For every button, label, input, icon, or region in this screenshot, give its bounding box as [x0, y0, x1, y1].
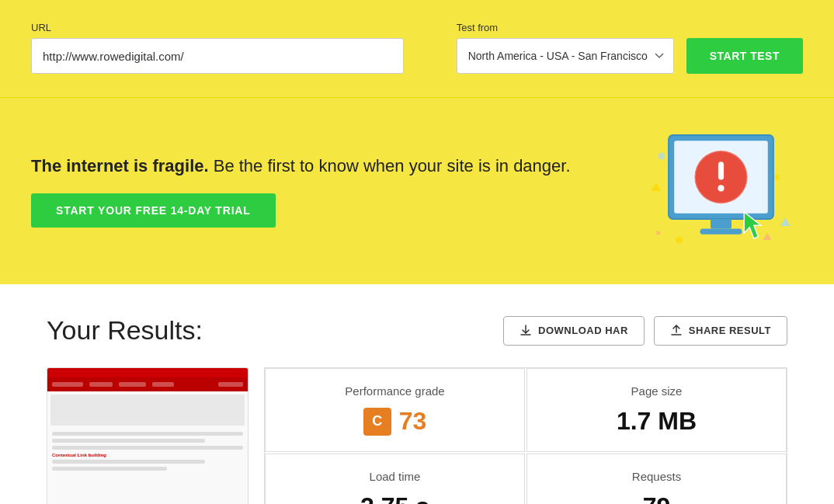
download-har-button[interactable]: DOWNLOAD HAR [503, 316, 645, 346]
share-result-button[interactable]: SHARE RESULT [654, 316, 787, 346]
test-from-label: Test from [457, 22, 674, 33]
metric-card-requests: Requests 79 [526, 454, 787, 504]
fake-link: Contextual Link building [52, 453, 243, 457]
results-actions: DOWNLOAD HAR SHARE RESULT [503, 316, 787, 346]
fake-text-4 [52, 460, 205, 464]
metric-card-performance: Performance grade C 73 [265, 368, 525, 452]
results-section: Your Results: DOWNLOAD HAR SHARE RESULT [0, 284, 834, 504]
svg-point-11 [718, 185, 724, 191]
svg-rect-13 [700, 229, 742, 235]
fake-nav-item-3 [152, 382, 174, 387]
top-section: URL Test from North America - USA - San … [0, 0, 834, 97]
banner-headline-rest: Be the first to know when your site is i… [214, 156, 571, 176]
fake-text-1 [52, 432, 243, 436]
test-from-select[interactable]: North America - USA - San Francisco Nort… [457, 38, 674, 74]
fake-text-2 [52, 439, 205, 443]
svg-marker-2 [652, 182, 662, 191]
banner-text-area: The internet is fragile. Be the first to… [31, 155, 632, 228]
fake-nav-logo [52, 382, 83, 387]
page-size-label: Page size [631, 384, 683, 398]
fake-text-3 [52, 446, 243, 450]
svg-point-5 [656, 231, 660, 235]
svg-marker-16 [763, 233, 772, 240]
share-result-label: SHARE RESULT [689, 325, 771, 336]
download-har-label: DOWNLOAD HAR [538, 325, 628, 336]
url-label: URL [31, 22, 444, 33]
fake-text-5 [52, 467, 167, 471]
svg-rect-12 [711, 219, 731, 229]
svg-marker-3 [780, 217, 791, 226]
fake-site-hero [50, 395, 245, 426]
page-size-value: 1.7 MB [617, 407, 697, 436]
svg-point-15 [676, 237, 683, 244]
url-row: URL Test from North America - USA - San … [31, 22, 803, 74]
fake-nav-item-2 [119, 382, 146, 387]
fake-site-header [47, 368, 248, 377]
svg-point-4 [774, 174, 780, 179]
requests-label: Requests [632, 470, 681, 483]
screenshot-card: Contextual Link building [47, 367, 248, 504]
grade-badge: C [363, 408, 391, 436]
screenshot-inner: Contextual Link building [47, 368, 248, 504]
banner-headline-bold: The internet is fragile. [31, 156, 209, 176]
metric-card-page-size: Page size 1.7 MB [526, 368, 787, 452]
url-field-group: URL [31, 22, 444, 74]
performance-grade-label: Performance grade [345, 384, 444, 398]
banner-section: The internet is fragile. Be the first to… [0, 97, 834, 284]
results-grid: Contextual Link building Performance gra… [47, 367, 787, 504]
metrics-grid: Performance grade C 73 Page size 1.7 MB … [264, 367, 787, 504]
fake-nav-item-1 [89, 382, 113, 387]
results-title: Your Results: [47, 315, 203, 346]
test-from-field-group: Test from North America - USA - San Fran… [457, 22, 674, 74]
banner-headline: The internet is fragile. Be the first to… [31, 155, 632, 179]
performance-grade-value: C 73 [363, 407, 427, 436]
banner-cta-button[interactable]: START YOUR FREE 14-DAY TRIAL [31, 193, 276, 228]
svg-rect-10 [718, 162, 724, 179]
requests-value: 79 [643, 492, 671, 504]
url-input[interactable] [31, 38, 404, 74]
performance-number: 73 [399, 407, 427, 436]
monitor-svg [640, 121, 795, 261]
svg-point-0 [659, 153, 665, 160]
download-icon [520, 325, 532, 337]
fake-site-content: Contextual Link building [47, 429, 248, 504]
load-time-value: 2.75 s [360, 492, 429, 504]
metric-card-load-time: Load time 2.75 s [265, 454, 525, 504]
fake-site-nav [47, 377, 248, 391]
share-icon [670, 325, 683, 337]
load-time-label: Load time [370, 470, 421, 483]
fake-nav-btn [218, 382, 243, 387]
results-header: Your Results: DOWNLOAD HAR SHARE RESULT [47, 315, 787, 346]
start-test-button[interactable]: START TEST [686, 38, 803, 74]
monitor-illustration [632, 121, 803, 261]
